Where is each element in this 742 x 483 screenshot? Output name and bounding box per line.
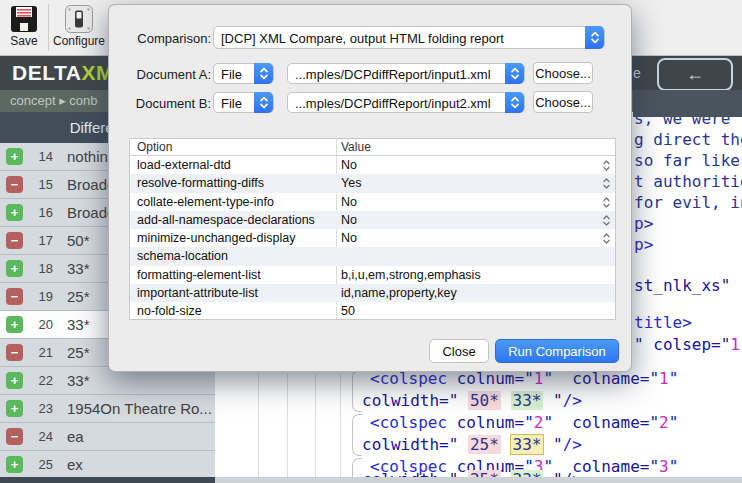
save-label: Save: [2, 34, 46, 48]
option-row[interactable]: add-all-namespace-declarationsNo: [130, 211, 615, 229]
diff-label: 25*: [67, 344, 90, 361]
option-row[interactable]: formatting-element-listb,i,u,em,strong,e…: [130, 266, 615, 284]
dropdown-stepper-icon: [254, 92, 273, 113]
option-value: No: [341, 158, 357, 172]
document-a-path-select[interactable]: ...mples/DCPdiffReport/input1.xml: [287, 63, 525, 84]
options-table-header: Option Value: [130, 139, 615, 156]
option-value: id,name,property,key: [341, 286, 457, 300]
diff-row[interactable]: +25ex: [0, 451, 215, 479]
comparison-label: Comparison:: [117, 31, 211, 46]
dropdown-stepper-icon: [505, 92, 524, 113]
value-stepper-icon[interactable]: [602, 159, 611, 175]
option-name: minimize-unchanged-display: [137, 231, 295, 245]
option-value: No: [341, 213, 357, 227]
diff-row[interactable]: −24ea: [0, 423, 215, 451]
document-b-path-select[interactable]: ...mples/DCPdiffReport/input2.xml: [287, 92, 525, 113]
diff-number: 25: [29, 457, 53, 472]
code-fragment: title>: [634, 312, 692, 333]
configure-button[interactable]: Configure: [50, 2, 108, 53]
choose-a-button[interactable]: Choose...: [533, 62, 593, 84]
option-row[interactable]: minimize-unchanged-displayNo: [130, 229, 615, 247]
diff-number: 19: [29, 289, 53, 304]
diff-label: 25*: [67, 288, 90, 305]
indent-guide: [258, 374, 259, 477]
run-comparison-button[interactable]: Run Comparison: [495, 339, 619, 363]
dropdown-stepper-icon: [254, 63, 273, 84]
removed-badge: −: [6, 288, 23, 305]
option-row[interactable]: schema-location: [130, 247, 615, 265]
option-name: important-attribute-list: [137, 286, 258, 300]
code-fragment: for evil, in: [634, 192, 742, 213]
option-row[interactable]: no-fold-size50: [130, 302, 615, 320]
removed-badge: −: [6, 232, 23, 249]
option-value: No: [341, 195, 357, 209]
document-b-path: ...mples/DCPdiffReport/input2.xml: [295, 93, 502, 114]
indent-guide: [340, 374, 341, 477]
value-stepper-icon[interactable]: [602, 177, 611, 193]
option-name: schema-location: [137, 249, 228, 263]
fold-bracket[interactable]: [352, 370, 362, 412]
code-fragment: p>: [634, 213, 653, 234]
document-a-label: Document A:: [117, 67, 211, 82]
option-row[interactable]: resolve-formatting-diffsYes: [130, 174, 615, 192]
comparison-value: [DCP] XML Compare, output HTML folding r…: [221, 27, 582, 50]
option-name: collate-element-type-info: [137, 195, 274, 209]
document-b-type: File: [221, 93, 251, 114]
sidebar-footer: [0, 477, 215, 483]
back-button[interactable]: ←: [657, 58, 733, 91]
choose-b-button[interactable]: Choose...: [533, 91, 593, 113]
option-row[interactable]: important-attribute-listid,name,property…: [130, 284, 615, 302]
diff-label: 33*: [67, 372, 90, 389]
diff-number: 14: [29, 149, 53, 164]
option-name: resolve-formatting-diffs: [137, 176, 264, 190]
save-icon: [9, 4, 39, 34]
option-row[interactable]: collate-element-type-infoNo: [130, 193, 615, 211]
option-value: Yes: [341, 176, 361, 190]
option-name: formatting-element-list: [137, 268, 261, 282]
removed-badge: −: [6, 176, 23, 193]
close-button[interactable]: Close: [429, 339, 489, 363]
option-value: 50: [341, 304, 355, 318]
diff-label: ex: [67, 456, 83, 473]
code-fragment: st_nlk_xs": [634, 275, 730, 296]
code-xml-line: <colspec colnum="2" colname="2": [370, 412, 678, 433]
document-a-type: File: [221, 64, 251, 85]
code-scrollbar[interactable]: [215, 477, 742, 483]
diff-label: 1954On Theatre Ro...: [67, 400, 212, 417]
comparison-select[interactable]: [DCP] XML Compare, output HTML folding r…: [213, 26, 605, 49]
value-stepper-icon[interactable]: [602, 232, 611, 248]
value-stepper-icon[interactable]: [602, 196, 611, 212]
toolbar-divider: [48, 4, 49, 51]
added-badge: +: [6, 204, 23, 221]
diff-number: 24: [29, 429, 53, 444]
column-option: Option: [137, 140, 172, 154]
added-badge: +: [6, 260, 23, 277]
document-a-type-select[interactable]: File: [213, 63, 274, 84]
diff-row[interactable]: +231954On Theatre Ro...: [0, 395, 215, 423]
code-fragment: p>: [634, 234, 653, 255]
diff-number: 23: [29, 401, 53, 416]
code-xml-line: colwidth=" 50* 33* "/>: [362, 390, 582, 411]
diff-number: 16: [29, 205, 53, 220]
code-pane-header: [633, 90, 742, 117]
logo-delta: DELTA: [12, 61, 81, 84]
option-name: add-all-namespace-declarations: [137, 213, 315, 227]
added-badge: +: [6, 316, 23, 333]
nav-fragment: e: [633, 65, 641, 81]
diff-number: 21: [29, 345, 53, 360]
added-badge: +: [6, 372, 23, 389]
fold-bracket[interactable]: [352, 414, 362, 456]
added-badge: +: [6, 456, 23, 473]
dropdown-stepper-icon: [505, 63, 524, 84]
option-name: load-external-dtd: [137, 158, 231, 172]
diff-label: 50*: [67, 232, 90, 249]
options-table-body: load-external-dtdNoresolve-formatting-di…: [130, 156, 615, 320]
added-badge: +: [6, 148, 23, 165]
document-b-type-select[interactable]: File: [213, 92, 274, 113]
save-button[interactable]: Save: [2, 2, 46, 53]
value-stepper-icon[interactable]: [602, 214, 611, 230]
code-fragment: " colsep="1": [634, 334, 742, 355]
option-row[interactable]: load-external-dtdNo: [130, 156, 615, 174]
comparison-dialog: Comparison: [DCP] XML Compare, output HT…: [108, 4, 632, 372]
breadcrumb-text: concept ▸ conb: [10, 93, 97, 108]
